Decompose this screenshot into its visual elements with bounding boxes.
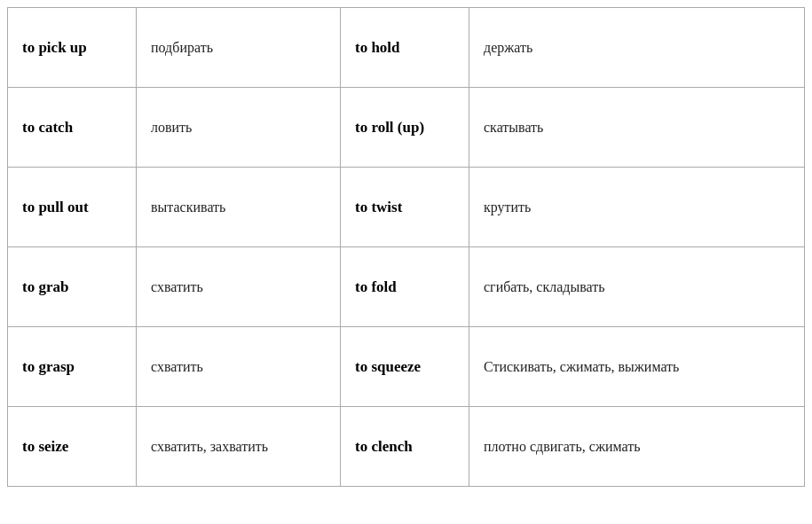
translation-right: держать [469,8,805,88]
translation-left: подбирать [137,8,341,88]
table-row: to pick upподбиратьto holdдержать [8,8,805,88]
translation-right: плотно сдвигать, сжимать [469,407,805,487]
term-right: to hold [341,8,469,88]
table-row: to pull outвытаскиватьto twistкрутить [8,168,805,247]
vocabulary-table: to pick upподбиратьto holdдержатьto catc… [7,7,805,487]
translation-left: ловить [137,88,341,168]
table-row: to catchловитьto roll (up)скатывать [8,88,805,168]
term-right: to clench [341,407,469,487]
term-left: to seize [8,407,137,487]
term-left: to catch [8,88,137,168]
translation-right: Стискивать, сжимать, выжимать [469,327,805,407]
translation-left: вытаскивать [137,168,341,247]
term-left: to pick up [8,8,137,88]
translation-right: крутить [469,168,805,247]
term-left: to grab [8,247,137,327]
translation-left: схватить [137,247,341,327]
term-right: to squeeze [341,327,469,407]
term-right: to roll (up) [341,88,469,168]
term-right: to fold [341,247,469,327]
translation-left: схватить, захватить [137,407,341,487]
table-row: to graspсхватитьto squeezeСтискивать, сж… [8,327,805,407]
term-right: to twist [341,168,469,247]
term-left: to grasp [8,327,137,407]
term-left: to pull out [8,168,137,247]
table-row: to grabсхватитьto foldсгибать, складыват… [8,247,805,327]
translation-left: схватить [137,327,341,407]
table-row: to seizeсхватить, захватитьto clenchплот… [8,407,805,487]
translation-right: скатывать [469,88,805,168]
translation-right: сгибать, складывать [469,247,805,327]
